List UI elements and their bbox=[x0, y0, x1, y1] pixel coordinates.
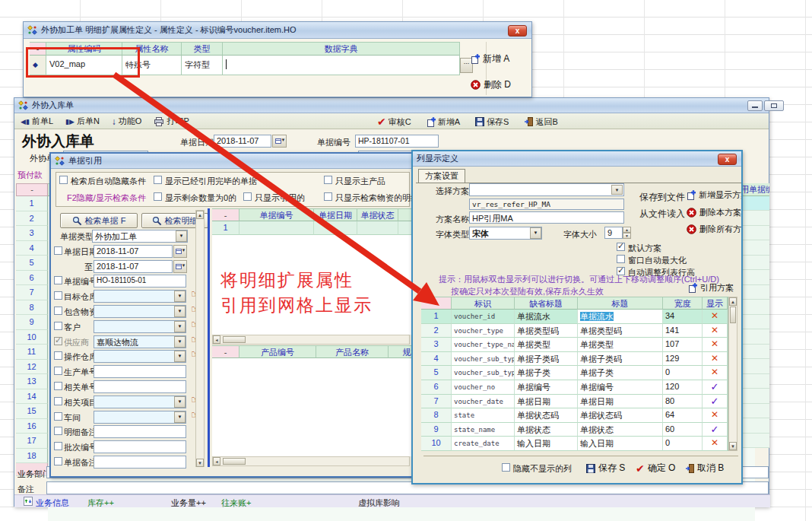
chevron-down-icon[interactable]: ▼ bbox=[174, 411, 186, 423]
grid-row-number[interactable]: 10 bbox=[16, 330, 48, 345]
filter-checkbox[interactable] bbox=[54, 367, 62, 375]
grid-cell[interactable] bbox=[741, 359, 769, 374]
toolbar-item-save[interactable]: 保存S bbox=[475, 116, 509, 128]
refer-voucher-no-column-header[interactable]: 用单据编号 bbox=[741, 183, 769, 196]
search-voucher-button[interactable]: 检索单据 F bbox=[60, 213, 138, 228]
width-cell[interactable]: 107 bbox=[663, 338, 703, 352]
toolbar-item-check[interactable]: ✔审核C bbox=[377, 116, 411, 128]
scroll-left-icon[interactable]: ◂ bbox=[213, 335, 220, 344]
chevron-down-icon[interactable]: ▼ bbox=[174, 291, 186, 302]
grid-row-number[interactable]: 1 bbox=[16, 196, 48, 211]
title-cell[interactable]: 单据流水 bbox=[578, 310, 663, 324]
scheme-name-field[interactable]: HP引用MA bbox=[469, 211, 624, 224]
close-icon[interactable]: x bbox=[508, 25, 527, 37]
visible-check-icon[interactable]: ✓ bbox=[703, 380, 728, 395]
grid-row-number[interactable]: 4 bbox=[16, 241, 48, 256]
font-size-field[interactable]: 9 bbox=[604, 227, 623, 239]
grid-cell[interactable] bbox=[741, 418, 769, 434]
column-id-cell[interactable]: voucher_sub_type bbox=[452, 352, 515, 367]
close-icon[interactable]: x bbox=[718, 154, 737, 165]
chevron-down-icon[interactable]: ▼ bbox=[174, 306, 186, 317]
scrollbar-thumb[interactable] bbox=[223, 336, 246, 343]
grid-row-number[interactable]: 16 bbox=[16, 419, 48, 434]
visible-cross-icon[interactable]: ✕ bbox=[703, 338, 728, 352]
default-title-cell[interactable]: 单据编号 bbox=[515, 380, 578, 395]
refer-option-checkbox[interactable]: 只显示主产品 bbox=[324, 176, 385, 186]
grid-cell[interactable] bbox=[239, 221, 314, 235]
filter-text-field[interactable] bbox=[94, 365, 186, 378]
grid-row-number[interactable]: 8 bbox=[16, 300, 48, 316]
grid-row-number[interactable]: 13 bbox=[16, 374, 48, 389]
toolbar-item-func[interactable]: ↓功能O bbox=[112, 116, 142, 127]
grid-cell[interactable] bbox=[741, 300, 769, 315]
toolbar-item-back[interactable]: 返回B bbox=[524, 116, 557, 128]
voucher-date-field[interactable]: 2018-11-07 bbox=[214, 135, 271, 148]
attr-grid-column-header[interactable]: 数据字典 bbox=[223, 42, 460, 56]
column-id-cell[interactable]: state bbox=[452, 408, 515, 423]
delete-scheme-button[interactable]: 删除本方案 bbox=[687, 207, 741, 218]
grid-cell[interactable] bbox=[357, 221, 398, 235]
grid-cell[interactable] bbox=[741, 374, 769, 389]
grid-cell[interactable] bbox=[741, 315, 769, 330]
filter-combo[interactable]: 外协加工单 bbox=[92, 230, 188, 243]
filter-checkbox[interactable] bbox=[54, 427, 62, 435]
voucher-grid-column-header[interactable]: 单据状态 bbox=[357, 208, 398, 221]
coldef-dialog-titlebar[interactable]: 列显示定义 bbox=[413, 151, 741, 167]
columns-grid-header[interactable]: 缺省标题 bbox=[515, 297, 578, 310]
product-grid-column-header[interactable]: 规格 bbox=[389, 345, 413, 358]
grid-cell[interactable] bbox=[741, 256, 769, 271]
filter-scrollbar[interactable]: ▲ ▼ bbox=[195, 210, 205, 467]
select-scheme-combo[interactable]: ▼ bbox=[469, 183, 624, 196]
checkbox-icon[interactable] bbox=[154, 176, 162, 184]
voucher-grid-column-header[interactable]: - bbox=[212, 208, 239, 221]
filter-checkbox[interactable] bbox=[54, 351, 62, 360]
title-cell[interactable]: 单据日期 bbox=[578, 395, 663, 409]
voucher-grid-column-header[interactable]: 单据编号 bbox=[239, 208, 314, 221]
grid-row-number[interactable]: 17 bbox=[16, 434, 48, 449]
title-cell[interactable]: 单据子类 bbox=[578, 366, 663, 380]
checkbox-icon[interactable] bbox=[617, 243, 625, 251]
toolbar-item-next[interactable]: ▮▶后单N bbox=[65, 116, 100, 127]
width-cell[interactable]: 120 bbox=[663, 380, 703, 395]
column-id-cell[interactable]: voucher_type bbox=[452, 324, 515, 338]
chevron-down-icon[interactable]: ▼ bbox=[176, 230, 187, 242]
width-cell[interactable]: 64 bbox=[663, 408, 703, 423]
width-cell[interactable]: 141 bbox=[663, 324, 703, 338]
default-title-cell[interactable]: 单据类型 bbox=[515, 338, 578, 352]
column-id-cell[interactable]: voucher_id bbox=[452, 310, 515, 324]
filter-text-field[interactable] bbox=[94, 425, 186, 438]
grid-cell[interactable] bbox=[741, 285, 769, 300]
width-cell[interactable]: 0 bbox=[663, 437, 703, 451]
scroll-up-icon[interactable]: ▲ bbox=[729, 297, 737, 306]
refer-option-checkbox[interactable]: 显示剩余数量为0的 bbox=[154, 192, 236, 202]
filter-checkbox[interactable] bbox=[54, 307, 62, 315]
visible-cross-icon[interactable]: ✕ bbox=[703, 437, 728, 451]
voucher-grid-hscroll[interactable]: ◂ bbox=[212, 335, 410, 345]
checkbox-icon[interactable] bbox=[324, 192, 332, 201]
scroll-left-icon[interactable]: ◂ bbox=[213, 457, 220, 465]
add-attribute-button[interactable]: 新增 A bbox=[471, 52, 509, 65]
attr-type-cell[interactable]: 字符型 bbox=[182, 56, 223, 75]
visible-check-icon[interactable]: ✓ bbox=[703, 395, 728, 409]
grid-cell[interactable] bbox=[741, 345, 769, 360]
grid-cell[interactable] bbox=[314, 221, 357, 235]
default-title-cell[interactable]: 单据状态码 bbox=[515, 408, 578, 423]
chevron-down-icon[interactable]: ▼ bbox=[174, 336, 186, 348]
grid-cell[interactable] bbox=[741, 404, 769, 419]
column-id-cell[interactable]: voucher_sub_type_ bbox=[452, 366, 515, 380]
refer-option-checkbox[interactable]: 检索后自动隐藏条件 bbox=[59, 176, 146, 186]
visible-cross-icon[interactable]: ✕ bbox=[703, 352, 728, 367]
row-number-cell[interactable]: 2 bbox=[421, 324, 452, 338]
grid-corner-cell[interactable]: - bbox=[16, 183, 48, 196]
scroll-up-icon[interactable]: ▲ bbox=[196, 211, 204, 219]
column-id-cell[interactable]: voucher_no bbox=[452, 380, 515, 395]
grid-row-number[interactable]: 9 bbox=[16, 315, 48, 330]
attr-dict-cell[interactable] bbox=[223, 56, 460, 75]
grid-cell[interactable] bbox=[741, 329, 769, 345]
delete-attribute-button[interactable]: 删除 D bbox=[471, 78, 511, 91]
row-number-cell[interactable]: 3 bbox=[421, 338, 452, 352]
row-number-cell[interactable]: 4 bbox=[421, 352, 452, 367]
grid-cell[interactable] bbox=[741, 240, 769, 256]
grid-row-number[interactable]: 18 bbox=[16, 449, 48, 464]
columns-grid-header[interactable]: 显示 bbox=[703, 297, 728, 310]
